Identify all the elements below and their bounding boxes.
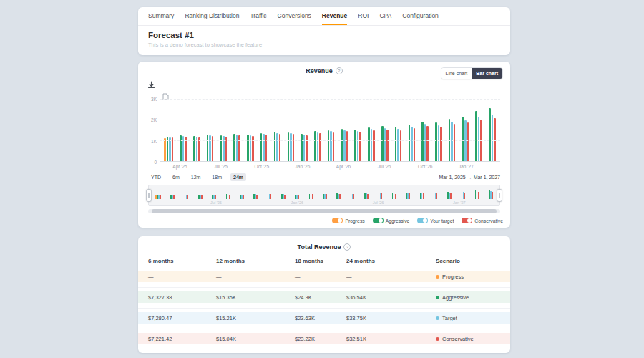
bar-conservative — [238, 135, 240, 161]
tab-summary[interactable]: Summary — [148, 7, 174, 25]
nav-bar-group — [420, 188, 424, 199]
legend-toggle[interactable] — [332, 218, 343, 223]
legend-item-progress[interactable]: Progress — [332, 218, 364, 223]
bar-group — [288, 99, 295, 161]
help-icon[interactable]: ? — [336, 67, 343, 74]
nav-bar — [367, 194, 369, 199]
bar-aggressive — [220, 135, 223, 161]
legend-item-conservative[interactable]: Conservative — [462, 218, 503, 223]
table-cell: $32.51K — [346, 336, 436, 342]
legend-toggle[interactable] — [373, 218, 384, 223]
tab-revenue[interactable]: Revenue — [322, 7, 347, 25]
tab-configuration[interactable]: Configuration — [402, 7, 439, 25]
bar-group — [368, 99, 375, 161]
bar-group — [220, 99, 228, 161]
download-icon[interactable] — [147, 79, 155, 92]
nav-bar-group — [351, 188, 355, 199]
nav-bar — [464, 193, 466, 199]
line-chart-button[interactable]: Line chart — [441, 68, 472, 79]
nav-bar — [353, 194, 355, 199]
chart-navigator[interactable]: Jul '25Jan '26Jul '26Jan '27 — [148, 185, 500, 206]
bar-conservative — [293, 134, 295, 161]
range-row: YTD6m12m18m24m Mar 1, 2025 → Mar 1, 2027 — [148, 173, 500, 181]
nav-bar — [215, 195, 216, 199]
range-button-18m[interactable]: 18m — [209, 173, 225, 181]
bar-aggressive — [421, 122, 424, 161]
nav-bar — [312, 194, 313, 199]
range-button-ytd[interactable]: YTD — [148, 173, 164, 181]
legend-label: Your target — [430, 218, 454, 223]
nav-bar — [339, 194, 341, 199]
range-button-6m[interactable]: 6m — [170, 173, 182, 181]
nav-bar — [492, 192, 493, 199]
nav-bar-group — [379, 188, 383, 199]
table-help-icon[interactable]: ? — [343, 243, 351, 251]
bar-group — [233, 99, 240, 161]
tab-conversions[interactable]: Conversions — [278, 7, 311, 25]
legend-item-aggressive[interactable]: Aggressive — [373, 218, 410, 223]
plot-area — [160, 99, 500, 162]
header-card: SummaryRanking DistributionTrafficConver… — [138, 7, 510, 55]
table-cell: — — [148, 274, 216, 280]
legend-item-your-target[interactable]: Your target — [417, 218, 454, 223]
nav-bar — [229, 195, 230, 199]
table-cell: $15.35K — [216, 294, 295, 301]
legend-toggle[interactable] — [462, 218, 472, 223]
bar-your-target — [209, 135, 211, 161]
page-title: Forecast #1 — [148, 31, 500, 39]
bar-your-target — [384, 128, 386, 161]
column-header-6-months: 6 months — [148, 258, 216, 264]
scenario-cell: Conservative — [436, 336, 500, 342]
bar-group — [180, 99, 187, 161]
bar-your-target — [451, 122, 453, 161]
total-revenue-card: Total Revenue ? 6 months12 months18 mont… — [138, 236, 510, 353]
navigator-scrollbar[interactable] — [148, 209, 500, 213]
bar-group — [381, 99, 389, 161]
table-cell: $7,280.47 — [148, 315, 216, 321]
table-row-aggressive: $7,327.38$15.35K$24.3K$36.54KAggressive — [138, 291, 510, 303]
bar-your-target — [276, 133, 278, 161]
table-cell: $33.75K — [346, 315, 436, 321]
bar-aggressive — [489, 108, 491, 161]
nav-bar-group — [475, 188, 479, 199]
bar-your-target — [303, 135, 306, 161]
table-cell: $23.22K — [295, 336, 346, 342]
navigator-right-handle[interactable] — [497, 189, 502, 202]
table-cell: — — [216, 274, 295, 280]
tab-cpa[interactable]: CPA — [379, 7, 391, 25]
nav-bar-group — [185, 188, 189, 199]
row-divider — [138, 282, 510, 291]
nav-bar-group — [489, 188, 493, 199]
table-cell: — — [346, 274, 436, 280]
nav-bar — [284, 195, 286, 200]
nav-bar-group — [392, 188, 396, 199]
gridline — [160, 99, 500, 100]
legend-toggle[interactable] — [417, 218, 428, 223]
bar-aggressive — [462, 117, 464, 161]
nav-tick-label: Jan '26 — [291, 200, 303, 205]
range-button-24m[interactable]: 24m — [230, 173, 246, 181]
bar-your-target — [263, 134, 265, 161]
tab-roi[interactable]: ROI — [358, 7, 369, 25]
bar-conservative — [252, 136, 254, 161]
bar-aggressive — [301, 134, 303, 161]
table-header-row: 6 months12 months18 months24 monthsScena… — [148, 258, 500, 271]
bar-group — [354, 99, 361, 161]
bar-your-target — [371, 129, 373, 161]
bar-your-target — [236, 135, 238, 161]
scenario-dot — [436, 337, 439, 341]
navigator-left-handle[interactable] — [146, 189, 152, 202]
nav-bar-group — [434, 188, 438, 199]
bar-aggressive — [314, 131, 316, 161]
range-button-12m[interactable]: 12m — [188, 173, 204, 181]
y-tick-label: 1K — [151, 138, 157, 143]
gridline — [160, 120, 500, 120]
tab-ranking-distribution[interactable]: Ranking Distribution — [185, 7, 239, 25]
bar-aggressive — [381, 126, 384, 161]
bar-chart-button[interactable]: Bar chart — [472, 68, 502, 79]
tab-traffic[interactable]: Traffic — [250, 7, 266, 25]
scenario-dot — [436, 316, 439, 320]
navigator-scroll-thumb[interactable] — [152, 209, 497, 213]
bar-conservative — [346, 131, 348, 161]
column-header-12-months: 12 months — [216, 258, 295, 264]
